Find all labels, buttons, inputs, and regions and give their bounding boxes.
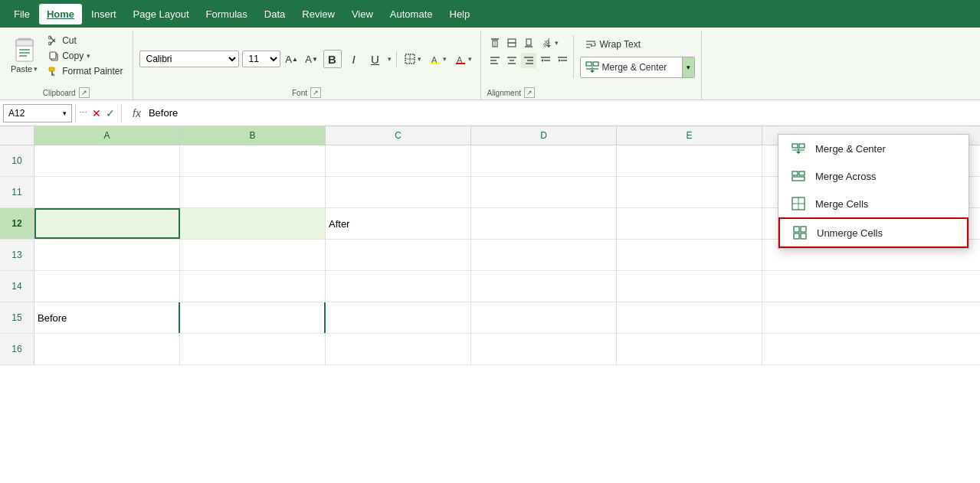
menu-automate[interactable]: Automate bbox=[382, 4, 441, 24]
format-painter-button[interactable]: Format Painter bbox=[45, 64, 126, 78]
formula-input[interactable] bbox=[149, 104, 977, 122]
align-middle-btn[interactable] bbox=[504, 35, 519, 51]
cell-c13[interactable] bbox=[326, 240, 471, 270]
col-header-c[interactable]: C bbox=[326, 126, 471, 145]
menu-data[interactable]: Data bbox=[257, 4, 293, 24]
cell-a10[interactable] bbox=[34, 145, 180, 176]
decrease-font-btn[interactable]: A▼ bbox=[303, 51, 320, 67]
cell-b15[interactable] bbox=[180, 302, 326, 333]
align-center-btn[interactable] bbox=[504, 53, 519, 68]
cell-e12[interactable] bbox=[617, 208, 762, 239]
cell-b11[interactable] bbox=[180, 177, 326, 207]
menu-help[interactable]: Help bbox=[442, 4, 478, 24]
align-bottom-btn[interactable] bbox=[521, 35, 536, 51]
increase-font-btn[interactable]: A▲ bbox=[284, 51, 300, 67]
cell-e14[interactable] bbox=[617, 271, 762, 302]
cell-d12[interactable] bbox=[471, 208, 617, 239]
font-color-button[interactable]: A ▾ bbox=[452, 51, 474, 67]
clipboard-expand-btn[interactable]: ↗ bbox=[79, 87, 90, 98]
cell-e13[interactable] bbox=[617, 240, 762, 270]
row-13-num[interactable]: 13 bbox=[0, 240, 34, 270]
cell-d13[interactable] bbox=[471, 240, 617, 270]
fill-color-dropdown-arrow[interactable]: ▾ bbox=[443, 55, 447, 63]
cell-reference-box[interactable]: A12 ▾ bbox=[3, 104, 72, 122]
row-16-num[interactable]: 16 bbox=[0, 334, 34, 364]
row-15-num[interactable]: 15 bbox=[0, 302, 34, 333]
dropdown-merge-center[interactable]: Merge & Center bbox=[778, 135, 969, 162]
row-12-num[interactable]: 12 bbox=[0, 208, 34, 239]
cell-e11[interactable] bbox=[617, 177, 762, 207]
wrap-text-button[interactable]: Wrap Text bbox=[580, 35, 695, 54]
cell-c12[interactable]: After bbox=[326, 208, 471, 239]
font-name-select[interactable]: Calibri bbox=[139, 51, 239, 67]
cell-b10[interactable] bbox=[180, 145, 326, 176]
fill-color-button[interactable]: A ▾ bbox=[427, 51, 449, 67]
menu-insert[interactable]: Insert bbox=[84, 4, 124, 24]
cut-button[interactable]: Cut bbox=[45, 34, 126, 47]
dropdown-merge-cells[interactable]: Merge Cells bbox=[778, 190, 969, 217]
font-color-dropdown-arrow[interactable]: ▾ bbox=[468, 55, 472, 63]
col-header-a[interactable]: A bbox=[34, 126, 180, 145]
italic-button[interactable]: I bbox=[345, 50, 363, 68]
menu-review[interactable]: Review bbox=[294, 4, 343, 24]
row-14-num[interactable]: 14 bbox=[0, 271, 34, 302]
underline-dropdown-arrow[interactable]: ▾ bbox=[388, 55, 392, 63]
menu-file[interactable]: File bbox=[6, 4, 38, 24]
menu-page-layout[interactable]: Page Layout bbox=[126, 4, 197, 24]
cell-b13[interactable] bbox=[180, 240, 326, 270]
menu-view[interactable]: View bbox=[344, 4, 381, 24]
formula-more-icon[interactable]: ⋯ bbox=[79, 108, 87, 118]
cell-c11[interactable] bbox=[326, 177, 471, 207]
cell-b16[interactable] bbox=[180, 334, 326, 364]
cell-a12[interactable] bbox=[34, 208, 180, 239]
copy-dropdown-arrow[interactable]: ▾ bbox=[87, 52, 90, 60]
cell-a16[interactable] bbox=[34, 334, 180, 364]
cell-d11[interactable] bbox=[471, 177, 617, 207]
decrease-indent-btn[interactable] bbox=[538, 53, 553, 68]
cell-d10[interactable] bbox=[471, 145, 617, 176]
bold-button[interactable]: B bbox=[323, 50, 342, 68]
cell-c10[interactable] bbox=[326, 145, 471, 176]
orientation-dropdown-arrow[interactable]: ▾ bbox=[555, 39, 559, 47]
align-top-btn[interactable] bbox=[487, 35, 503, 51]
cell-d16[interactable] bbox=[471, 334, 617, 364]
dropdown-merge-across[interactable]: Merge Across bbox=[778, 162, 969, 190]
col-header-d[interactable]: D bbox=[471, 126, 617, 145]
dropdown-unmerge-cells[interactable]: Unmerge Cells bbox=[778, 217, 969, 248]
copy-button[interactable]: Copy ▾ bbox=[45, 49, 126, 63]
merge-center-dropdown-btn[interactable]: ▾ bbox=[682, 57, 694, 77]
orientation-btn[interactable]: ab bbox=[538, 35, 553, 51]
col-header-b[interactable]: B bbox=[180, 126, 326, 145]
font-size-select[interactable]: 11 bbox=[242, 51, 280, 67]
borders-button[interactable]: ▾ bbox=[402, 51, 424, 67]
cell-e15[interactable] bbox=[617, 302, 762, 333]
col-header-e[interactable]: E bbox=[617, 126, 762, 145]
align-right-btn[interactable] bbox=[521, 53, 536, 68]
paste-button[interactable]: Paste ▾ bbox=[6, 34, 42, 77]
cell-d15[interactable] bbox=[471, 302, 617, 333]
cell-c16[interactable] bbox=[326, 334, 471, 364]
paste-dropdown-arrow[interactable]: ▾ bbox=[34, 65, 38, 73]
align-left-btn[interactable] bbox=[487, 53, 503, 68]
cell-e16[interactable] bbox=[617, 334, 762, 364]
increase-indent-btn[interactable] bbox=[555, 53, 570, 68]
formula-cancel-icon[interactable]: ✕ bbox=[92, 107, 101, 119]
borders-dropdown-arrow[interactable]: ▾ bbox=[418, 55, 421, 63]
menu-home[interactable]: Home bbox=[39, 4, 82, 24]
alignment-expand-btn[interactable]: ↗ bbox=[524, 87, 535, 98]
cell-a14[interactable] bbox=[34, 271, 180, 302]
cell-c14[interactable] bbox=[326, 271, 471, 302]
underline-button[interactable]: U bbox=[366, 50, 385, 68]
font-expand-btn[interactable]: ↗ bbox=[310, 87, 321, 98]
merge-center-button[interactable]: Merge & Center ▾ bbox=[580, 57, 695, 78]
cell-a15[interactable]: Before bbox=[34, 302, 180, 333]
menu-formulas[interactable]: Formulas bbox=[198, 4, 255, 24]
cell-b12[interactable] bbox=[180, 208, 326, 239]
cell-c15[interactable] bbox=[326, 302, 471, 333]
cell-a11[interactable] bbox=[34, 177, 180, 207]
row-10-num[interactable]: 10 bbox=[0, 145, 34, 176]
cell-a13[interactable] bbox=[34, 240, 180, 270]
cell-ref-dropdown-arrow[interactable]: ▾ bbox=[63, 109, 67, 117]
row-11-num[interactable]: 11 bbox=[0, 177, 34, 207]
formula-confirm-icon[interactable]: ✓ bbox=[106, 107, 115, 119]
